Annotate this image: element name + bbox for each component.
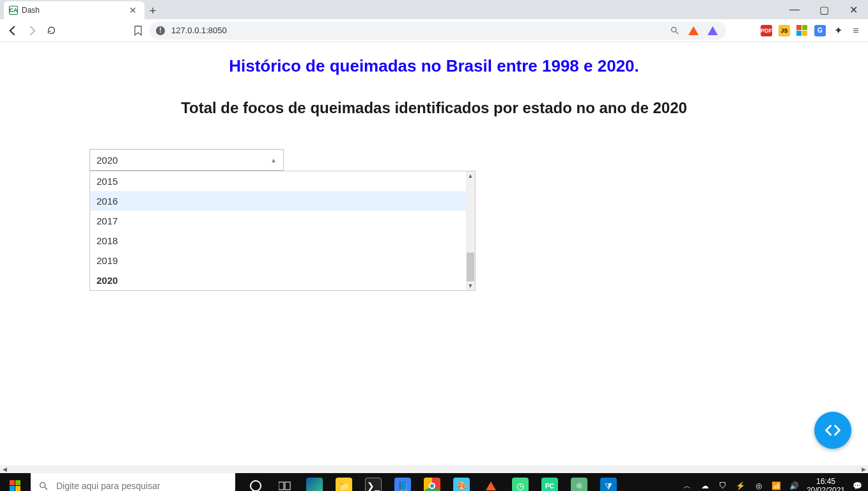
dash-devtools-button[interactable]	[814, 412, 851, 449]
task-view-icon[interactable]	[271, 473, 299, 491]
bookmark-button[interactable]	[130, 23, 146, 38]
svg-rect-5	[285, 482, 290, 490]
task-chrome-icon[interactable]	[418, 473, 446, 491]
extensions-button[interactable]: ✦	[831, 24, 845, 38]
browser-toolbar: ! PDF JS G ✦ ≡	[0, 19, 868, 42]
tray-security-icon[interactable]: ⛉	[717, 480, 729, 491]
svg-point-2	[40, 483, 45, 488]
taskbar-clock[interactable]: 16:45 20/02/2021	[807, 477, 845, 491]
ext-js-icon[interactable]: JS	[777, 24, 791, 38]
task-brave-icon[interactable]	[477, 473, 505, 491]
task-androidstudio-icon[interactable]: ◷	[506, 473, 534, 491]
windows-taskbar: 📁 ❯_ 📘 🎨 ◷ PC ⚛ ⧩ ︿ ☁ ⛉ ⚡ ◎ 📶 🔊 16:45 20…	[0, 473, 868, 491]
browser-tab[interactable]: CA Dash ✕	[4, 1, 144, 19]
dropdown-option[interactable]: 2017	[90, 211, 466, 231]
clock-date: 20/02/2021	[807, 486, 845, 491]
dropdown-scrollbar[interactable]: ▲ ▼	[466, 171, 475, 290]
svg-line-3	[45, 487, 47, 490]
task-atom-icon[interactable]: ⚛	[565, 473, 593, 491]
browser-titlebar: CA Dash ✕ + — ▢ ✕	[0, 0, 868, 19]
new-tab-button[interactable]: +	[144, 3, 161, 19]
nav-forward-button[interactable]	[24, 23, 40, 38]
tray-chevron-up-icon[interactable]: ︿	[681, 480, 693, 491]
task-cortana-icon[interactable]	[242, 473, 270, 491]
tray-onedrive-icon[interactable]: ☁	[699, 480, 711, 491]
tray-notifications-icon[interactable]: 💬	[851, 480, 863, 491]
url-input[interactable]	[170, 25, 662, 36]
start-button[interactable]	[0, 473, 31, 491]
site-info-icon[interactable]: !	[156, 26, 165, 35]
window-maximize-button[interactable]: ▢	[809, 0, 839, 19]
clock-time: 16:45	[807, 477, 845, 486]
hscroll-track[interactable]	[9, 465, 859, 473]
tray-wifi-icon[interactable]: 📶	[771, 480, 782, 491]
year-dropdown[interactable]: ▲ 201520162017201820192020 ▲ ▼	[89, 149, 284, 171]
brave-shields-icon[interactable]	[686, 24, 701, 38]
dropdown-input[interactable]	[95, 154, 278, 166]
tab-close-button[interactable]: ✕	[127, 5, 139, 15]
task-cmd-icon[interactable]: ❯_	[359, 473, 387, 491]
ext-msoffice-icon[interactable]	[795, 24, 809, 38]
ext-pdf-icon[interactable]: PDF	[759, 24, 773, 38]
nav-reload-button[interactable]	[43, 23, 59, 38]
tab-title: Dash	[22, 6, 127, 15]
zoom-icon[interactable]	[667, 24, 681, 38]
ext-gtranslate-icon[interactable]: G	[813, 24, 827, 38]
svg-line-1	[676, 31, 678, 34]
tray-location-icon[interactable]: ◎	[753, 480, 764, 491]
taskbar-search-input[interactable]	[55, 480, 228, 491]
dropdown-menu: 201520162017201820192020 ▲ ▼	[89, 171, 476, 291]
browser-menu-button[interactable]: ≡	[849, 24, 863, 38]
svg-rect-4	[279, 482, 284, 490]
taskbar-pinned-apps: 📁 ❯_ 📘 🎨 ◷ PC ⚛ ⧩	[242, 473, 623, 491]
tray-volume-icon[interactable]: 🔊	[789, 480, 800, 491]
dropdown-option[interactable]: 2019	[90, 251, 466, 270]
task-explorer-icon[interactable]: 📁	[330, 473, 358, 491]
task-paint-icon[interactable]: 🎨	[447, 473, 476, 491]
scroll-down-icon[interactable]: ▼	[466, 281, 475, 290]
task-reader-icon[interactable]: 📘	[389, 473, 417, 491]
scroll-thumb[interactable]	[467, 253, 474, 281]
page-title: Histórico de queimadas no Brasil entre 1…	[0, 56, 868, 76]
window-controls: — ▢ ✕	[780, 0, 868, 19]
chart-subtitle: Total de focos de queimadas identificado…	[0, 99, 868, 117]
taskbar-search[interactable]	[31, 473, 235, 491]
page-content: Histórico de queimadas no Brasil entre 1…	[0, 42, 868, 465]
hscroll-right-icon[interactable]: ▶	[859, 465, 868, 473]
scroll-up-icon[interactable]: ▲	[466, 171, 475, 180]
tray-power-icon[interactable]: ⚡	[735, 480, 747, 491]
chevron-up-icon[interactable]: ▲	[270, 157, 277, 164]
task-pycharm-icon[interactable]: PC	[536, 473, 564, 491]
page-horizontal-scrollbar[interactable]: ◀ ▶	[0, 465, 868, 473]
hscroll-left-icon[interactable]: ◀	[0, 465, 9, 473]
dropdown-control[interactable]: ▲	[89, 149, 284, 171]
dropdown-option[interactable]: 2015	[90, 171, 466, 191]
task-edge-icon[interactable]	[300, 473, 329, 491]
task-vscode-icon[interactable]: ⧩	[594, 473, 623, 491]
brave-rewards-icon[interactable]	[706, 24, 720, 38]
dropdown-option[interactable]: 2020	[90, 270, 466, 290]
window-minimize-button[interactable]: —	[780, 0, 809, 19]
scroll-track[interactable]	[466, 180, 475, 281]
window-close-button[interactable]: ✕	[839, 0, 868, 19]
dropdown-option[interactable]: 2018	[90, 231, 466, 251]
address-bar[interactable]: !	[150, 22, 726, 40]
svg-point-0	[671, 27, 676, 33]
dropdown-option[interactable]: 2016	[90, 191, 466, 211]
system-tray: ︿ ☁ ⛉ ⚡ ◎ 📶 🔊 16:45 20/02/2021 💬	[681, 477, 868, 491]
nav-back-button[interactable]	[5, 23, 20, 38]
tab-favicon-icon: CA	[9, 6, 18, 15]
dropdown-list: 201520162017201820192020	[90, 171, 466, 290]
